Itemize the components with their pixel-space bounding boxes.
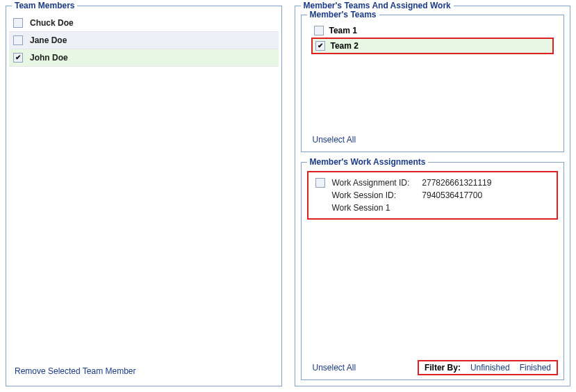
filter-finished-link[interactable]: Finished — [520, 363, 551, 373]
checkbox-icon[interactable] — [315, 41, 325, 51]
team-member-name: Chuck Doe — [30, 18, 74, 28]
work-assignment-id-label: Work Assignment ID: — [332, 178, 410, 188]
teams-list: Team 1 Team 2 — [307, 21, 559, 54]
team-member-name: John Doe — [30, 53, 68, 63]
team-member-name: Jane Doe — [30, 35, 67, 45]
team-row[interactable]: Team 2 — [313, 39, 553, 53]
team-member-row[interactable]: John Doe — [9, 49, 279, 67]
members-teams-box: Member's Teams Team 1 Team 2 Unselect Al… — [301, 15, 565, 152]
checkbox-icon[interactable] — [314, 26, 324, 35]
members-teams-and-work-panel: Member's Teams And Assigned Work Member'… — [295, 6, 571, 386]
filter-box: Filter By: Unfinished Finished — [418, 360, 558, 375]
work-session-id-label: Work Session ID: — [332, 190, 410, 200]
team-row[interactable]: Team 1 — [311, 24, 554, 38]
unselect-all-teams-link[interactable]: Unselect All — [307, 131, 362, 149]
team-members-panel: Team Members Chuck Doe Jane Doe John Doe… — [6, 6, 282, 386]
team-name: Team 2 — [331, 41, 359, 51]
filter-by-label: Filter By: — [425, 363, 461, 373]
checkbox-icon[interactable] — [13, 18, 23, 28]
checkbox-icon[interactable] — [315, 178, 325, 188]
team-member-row[interactable]: Jane Doe — [9, 32, 279, 49]
work-session-id-value: 7940536417700 — [422, 190, 491, 200]
members-teams-and-work-title: Member's Teams And Assigned Work — [301, 1, 454, 10]
work-assignment-row[interactable]: Work Assignment ID: 277826661321119 Work… — [307, 171, 559, 220]
members-teams-title: Member's Teams — [307, 10, 379, 19]
team-members-list: Chuck Doe Jane Doe John Doe — [9, 9, 279, 362]
unselect-all-work-link[interactable]: Unselect All — [307, 359, 362, 377]
checkbox-icon[interactable] — [13, 35, 23, 45]
team-member-row[interactable]: Chuck Doe — [9, 15, 279, 32]
members-work-assignments-box: Member's Work Assignments Work Assignmen… — [301, 162, 565, 380]
team-members-title: Team Members — [12, 1, 77, 10]
team-name: Team 1 — [329, 26, 357, 35]
work-assignment-details: Work Assignment ID: 277826661321119 Work… — [332, 178, 492, 213]
work-session-name: Work Session 1 — [332, 203, 410, 213]
members-work-assignments-title: Member's Work Assignments — [307, 157, 429, 167]
remove-selected-team-member-link[interactable]: Remove Selected Team Member — [9, 362, 279, 380]
filter-unfinished-link[interactable]: Unfinished — [470, 363, 510, 373]
checkbox-icon[interactable] — [13, 53, 23, 63]
work-assignment-id-value: 277826661321119 — [422, 178, 491, 188]
